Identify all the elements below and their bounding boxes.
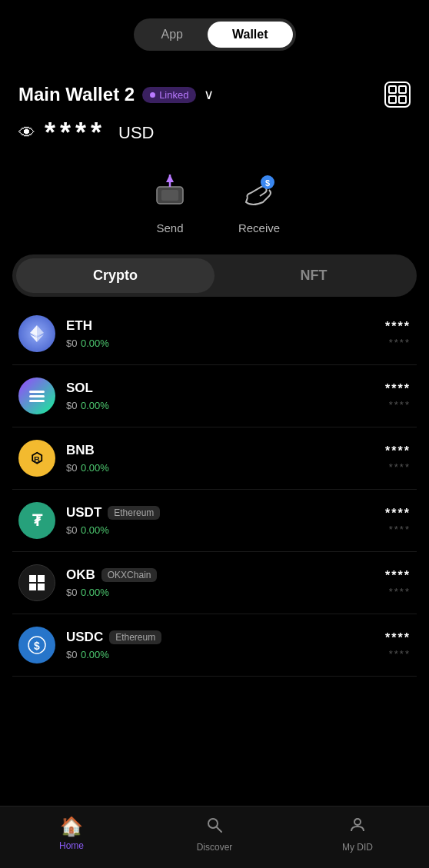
svg-line-25 (217, 827, 221, 832)
sol-balance-main: **** (385, 382, 411, 396)
toggle-crypto[interactable]: Crypto (16, 258, 214, 293)
nav-mydid-label: My DID (342, 842, 373, 853)
qr-icon[interactable] (384, 81, 411, 108)
eth-balance-main: **** (385, 320, 411, 334)
svg-marker-7 (30, 325, 37, 336)
bottom-nav: 🏠 Home Discover My DID (0, 806, 429, 868)
bnb-price-row: $0 0.00% (66, 461, 374, 474)
usdt-price-row: $0 0.00% (66, 523, 374, 537)
coin-item-usdt[interactable]: ₮ USDT Ethereum $0 0.00% **** **** (12, 490, 417, 552)
okb-name-row: OKB OKXChain (66, 567, 374, 583)
coin-item-sol[interactable]: SOL $0 0.00% **** **** (12, 365, 417, 427)
nav-discover[interactable]: Discover (143, 816, 286, 853)
chevron-down-icon[interactable]: ∨ (204, 86, 214, 103)
toggle-nft[interactable]: NFT (214, 258, 413, 293)
usdc-balance-sub: **** (389, 648, 411, 660)
coin-item-bnb[interactable]: ⬡ B BNB $0 0.00% **** **** (12, 427, 417, 490)
balance-row: 👁 **** USD (0, 108, 429, 149)
coin-item-usdc[interactable]: $ USDC Ethereum $0 0.00% **** **** (12, 614, 417, 677)
send-icon (151, 173, 189, 211)
eth-icon (18, 315, 55, 352)
sol-icon (18, 377, 55, 414)
nav-mydid[interactable]: My DID (286, 816, 429, 853)
balance-currency: USD (118, 123, 154, 143)
search-icon (205, 816, 224, 839)
usdt-info: USDT Ethereum $0 0.00% (66, 505, 374, 537)
usdc-icon: $ (18, 627, 55, 663)
sol-price-row: $0 0.00% (66, 398, 374, 412)
coin-item-okb[interactable]: OKB OKXChain $0 0.00% **** **** (12, 552, 417, 614)
svg-marker-6 (37, 325, 44, 336)
send-icon-wrap (148, 171, 191, 214)
okb-balance-sub: **** (389, 586, 411, 597)
eth-balance: **** **** (385, 320, 411, 348)
usdc-tag: Ethereum (109, 630, 161, 644)
bnb-icon: ⬡ B (18, 440, 55, 477)
svg-text:$: $ (265, 178, 270, 188)
eye-icon[interactable]: 👁 (18, 123, 35, 143)
sol-symbol: SOL (66, 381, 93, 396)
eth-name-row: ETH (66, 318, 374, 334)
wallet-title-row: Main Wallet 2 Linked ∨ (18, 84, 214, 105)
svg-rect-12 (29, 391, 45, 393)
nav-discover-label: Discover (197, 842, 233, 853)
sol-balance: **** **** (385, 382, 411, 411)
okb-price-row: $0 0.00% (66, 585, 374, 599)
usdt-balance: **** **** (385, 507, 411, 535)
linked-badge[interactable]: Linked (142, 87, 196, 103)
qr-corner-br (398, 95, 407, 104)
tab-app[interactable]: App (137, 22, 208, 48)
okb-change: 0.00% (81, 587, 109, 598)
sol-change: 0.00% (81, 400, 109, 411)
sol-info: SOL $0 0.00% (66, 381, 374, 412)
svg-text:B: B (34, 455, 40, 464)
nav-home[interactable]: 🏠 Home (0, 816, 143, 853)
svg-text:$: $ (34, 640, 40, 652)
receive-icon-wrap: $ (238, 171, 281, 214)
usdc-change: 0.00% (81, 649, 109, 660)
usdc-symbol: USDC (66, 630, 103, 645)
receive-label: Receive (238, 221, 280, 234)
okb-price: $0 (66, 587, 77, 598)
okb-icon (18, 564, 55, 601)
svg-rect-19 (38, 575, 45, 582)
tab-wallet[interactable]: Wallet (208, 22, 293, 48)
send-label: Send (156, 221, 183, 234)
svg-rect-18 (29, 575, 36, 582)
eth-price: $0 (66, 338, 77, 349)
usdt-balance-main: **** (385, 507, 411, 520)
home-icon: 🏠 (60, 816, 83, 837)
bnb-price: $0 (66, 462, 77, 474)
send-button[interactable]: Send (148, 171, 191, 234)
svg-rect-21 (38, 584, 45, 590)
nav-home-label: Home (59, 840, 84, 851)
person-icon (348, 816, 367, 839)
usdt-balance-sub: **** (389, 524, 411, 535)
svg-rect-20 (29, 584, 36, 590)
receive-button[interactable]: $ Receive (238, 171, 281, 234)
usdt-symbol: USDT (66, 505, 101, 520)
eth-info: ETH $0 0.00% (66, 318, 374, 350)
svg-rect-13 (29, 395, 45, 397)
eth-price-row: $0 0.00% (66, 336, 374, 350)
qr-corner-bl (388, 95, 397, 104)
sol-price: $0 (66, 400, 77, 411)
svg-point-24 (208, 819, 218, 828)
svg-rect-1 (161, 190, 178, 201)
okb-tag: OKXChain (101, 568, 158, 582)
sol-balance-sub: **** (389, 399, 411, 411)
bnb-balance: **** **** (385, 444, 411, 473)
coin-item-eth[interactable]: ETH $0 0.00% **** **** (12, 303, 417, 365)
wallet-header: Main Wallet 2 Linked ∨ (0, 63, 429, 108)
wallet-name: Main Wallet 2 (18, 84, 135, 105)
usdc-price-row: $0 0.00% (66, 647, 374, 661)
svg-point-26 (354, 819, 361, 825)
action-row: Send $ Receive (148, 171, 281, 234)
usdc-price: $0 (66, 649, 77, 660)
eth-balance-sub: **** (389, 337, 411, 348)
tab-bar: App Wallet (134, 18, 296, 51)
usdc-name-row: USDC Ethereum (66, 630, 374, 645)
eth-change: 0.00% (81, 338, 109, 349)
toggle-row: Crypto NFT (12, 254, 417, 297)
linked-dot (150, 92, 155, 98)
